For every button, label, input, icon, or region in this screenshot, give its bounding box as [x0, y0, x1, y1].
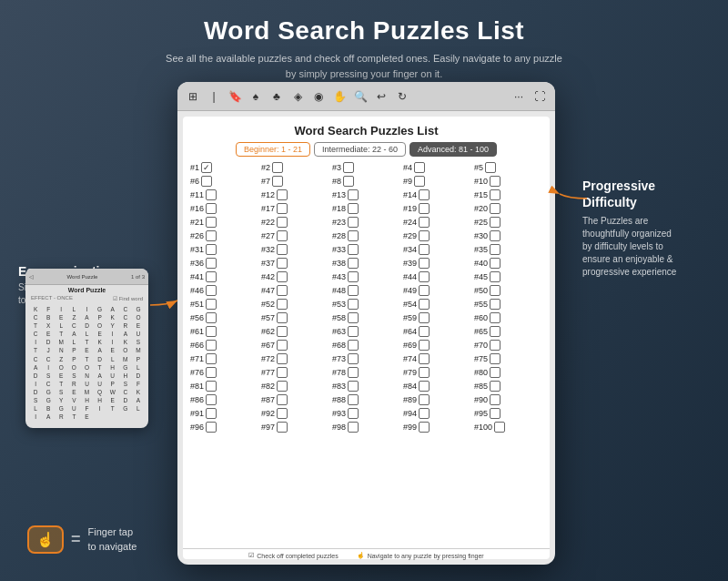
puzzle-item[interactable]: #66: [190, 340, 258, 351]
puzzle-item[interactable]: #78: [332, 367, 400, 378]
rotate-icon[interactable]: ↻: [394, 88, 410, 105]
puzzle-item[interactable]: #85: [474, 381, 542, 392]
puzzle-item[interactable]: #75: [474, 353, 542, 364]
puzzle-item[interactable]: #52: [261, 299, 329, 310]
puzzle-item[interactable]: #20: [474, 203, 542, 214]
puzzle-item[interactable]: #36: [190, 258, 258, 269]
puzzle-item[interactable]: #2: [261, 162, 329, 173]
puzzle-item[interactable]: #91: [190, 408, 258, 419]
puzzle-item[interactable]: #6: [190, 176, 258, 187]
puzzle-item[interactable]: #82: [261, 381, 329, 392]
puzzle-item[interactable]: #57: [261, 312, 329, 323]
puzzle-item[interactable]: #58: [332, 312, 400, 323]
puzzle-item[interactable]: #88: [332, 394, 400, 405]
puzzle-item[interactable]: #24: [403, 217, 471, 228]
eraser-icon[interactable]: ◈: [289, 88, 306, 105]
puzzle-item[interactable]: #95: [474, 408, 542, 419]
tab-intermediate[interactable]: Intermediate: 22 - 60: [314, 142, 406, 157]
puzzle-item[interactable]: #25: [474, 217, 542, 228]
puzzle-item[interactable]: #42: [261, 271, 329, 282]
puzzle-item[interactable]: #59: [403, 312, 471, 323]
puzzle-item[interactable]: #81: [190, 381, 258, 392]
puzzle-item[interactable]: #12: [261, 189, 329, 200]
puzzle-item[interactable]: #8: [332, 176, 400, 187]
puzzle-item[interactable]: #90: [474, 394, 542, 405]
puzzle-item[interactable]: #77: [261, 367, 329, 378]
puzzle-item[interactable]: #89: [403, 394, 471, 405]
puzzle-item[interactable]: #19: [403, 203, 471, 214]
puzzle-item[interactable]: #17: [261, 203, 329, 214]
puzzle-item[interactable]: #65: [474, 326, 542, 337]
puzzle-item[interactable]: #33: [332, 244, 400, 255]
search-icon[interactable]: 🔍: [352, 88, 369, 105]
puzzle-item[interactable]: #10: [474, 176, 542, 187]
puzzle-item[interactable]: #30: [474, 230, 542, 241]
puzzle-item[interactable]: #46: [190, 285, 258, 296]
puzzle-item[interactable]: #53: [332, 299, 400, 310]
puzzle-item[interactable]: #4: [403, 162, 471, 173]
puzzle-item[interactable]: #21: [190, 217, 258, 228]
puzzle-item[interactable]: #39: [403, 258, 471, 269]
puzzle-item[interactable]: #60: [474, 312, 542, 323]
club-icon[interactable]: ♣: [268, 88, 285, 105]
puzzle-item[interactable]: #27: [261, 230, 329, 241]
puzzle-item[interactable]: #72: [261, 353, 329, 364]
puzzle-item[interactable]: #31: [190, 244, 258, 255]
puzzle-item[interactable]: #15: [474, 189, 542, 200]
puzzle-item[interactable]: #7: [261, 176, 329, 187]
puzzle-item[interactable]: #35: [474, 244, 542, 255]
puzzle-item[interactable]: #16: [190, 203, 258, 214]
puzzle-item[interactable]: #84: [403, 381, 471, 392]
puzzle-item[interactable]: #80: [474, 367, 542, 378]
puzzle-item[interactable]: #3: [332, 162, 400, 173]
puzzle-item[interactable]: #92: [261, 408, 329, 419]
puzzle-item[interactable]: #87: [261, 394, 329, 405]
puzzle-item[interactable]: #5: [474, 162, 542, 173]
puzzle-item[interactable]: #47: [261, 285, 329, 296]
puzzle-item[interactable]: #96: [190, 422, 258, 433]
puzzle-item[interactable]: #100: [474, 422, 542, 433]
puzzle-item[interactable]: #93: [332, 408, 400, 419]
puzzle-item[interactable]: #38: [332, 258, 400, 269]
puzzle-item[interactable]: #74: [403, 353, 471, 364]
puzzle-item[interactable]: #69: [403, 340, 471, 351]
puzzle-item[interactable]: #55: [474, 299, 542, 310]
puzzle-item[interactable]: #23: [332, 217, 400, 228]
puzzle-item[interactable]: #29: [403, 230, 471, 241]
puzzle-item[interactable]: #1: [190, 162, 258, 173]
puzzle-item[interactable]: #56: [190, 312, 258, 323]
puzzle-item[interactable]: #94: [403, 408, 471, 419]
undo-icon[interactable]: ↩: [373, 88, 389, 105]
puzzle-item[interactable]: #99: [403, 422, 471, 433]
spade-icon[interactable]: ♠: [248, 88, 264, 105]
more-icon[interactable]: ···: [511, 88, 527, 105]
puzzle-item[interactable]: #11: [190, 189, 258, 200]
puzzle-item[interactable]: #76: [190, 367, 258, 378]
puzzle-item[interactable]: #34: [403, 244, 471, 255]
puzzle-item[interactable]: #44: [403, 271, 471, 282]
tab-advanced[interactable]: Advanced: 81 - 100: [410, 142, 497, 157]
puzzle-item[interactable]: #26: [190, 230, 258, 241]
puzzle-item[interactable]: #45: [474, 271, 542, 282]
puzzle-item[interactable]: #41: [190, 271, 258, 282]
hand-icon[interactable]: ✋: [331, 88, 348, 105]
puzzle-item[interactable]: #86: [190, 394, 258, 405]
grid-icon[interactable]: ⊞: [185, 88, 201, 105]
puzzle-item[interactable]: #37: [261, 258, 329, 269]
puzzle-item[interactable]: #40: [474, 258, 542, 269]
puzzle-item[interactable]: #68: [332, 340, 400, 351]
puzzle-item[interactable]: #73: [332, 353, 400, 364]
puzzle-item[interactable]: #67: [261, 340, 329, 351]
puzzle-item[interactable]: #51: [190, 299, 258, 310]
puzzle-item[interactable]: #43: [332, 271, 400, 282]
puzzle-item[interactable]: #54: [403, 299, 471, 310]
puzzle-item[interactable]: #61: [190, 326, 258, 337]
puzzle-item[interactable]: #48: [332, 285, 400, 296]
puzzle-item[interactable]: #22: [261, 217, 329, 228]
puzzle-item[interactable]: #9: [403, 176, 471, 187]
puzzle-item[interactable]: #83: [332, 381, 400, 392]
puzzle-item[interactable]: #98: [332, 422, 400, 433]
puzzle-item[interactable]: #70: [474, 340, 542, 351]
layers-icon[interactable]: ◉: [310, 88, 327, 105]
puzzle-item[interactable]: #28: [332, 230, 400, 241]
